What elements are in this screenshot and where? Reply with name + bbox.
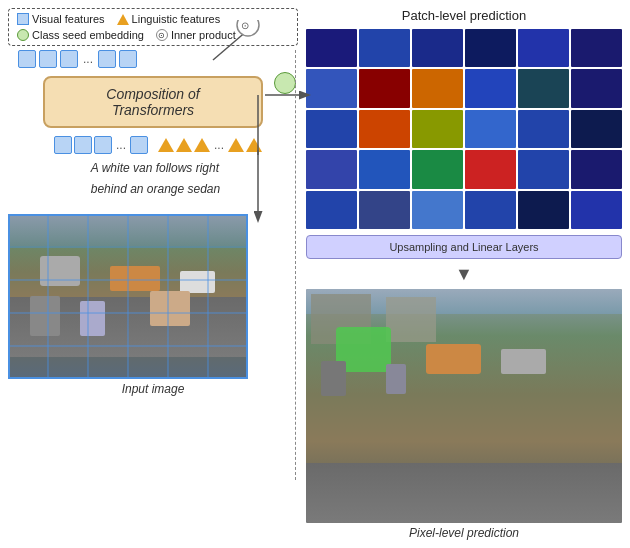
patch-grid xyxy=(306,29,622,229)
patch-26 xyxy=(412,191,463,229)
pixel-scene-bg xyxy=(306,289,622,523)
vis-feature-4 xyxy=(98,50,116,68)
input-image-wrapper xyxy=(8,214,248,379)
patch-11 xyxy=(571,69,622,107)
patch-19 xyxy=(359,150,410,188)
italic-text-2: behind an orange sedan xyxy=(91,179,220,200)
architecture-area: ... ⊙ Composition of Transformers xyxy=(8,50,298,210)
ling-tri-4 xyxy=(228,138,244,152)
patch-13 xyxy=(359,110,410,148)
ling-tri-5 xyxy=(246,138,262,152)
vis-bot-4 xyxy=(130,136,148,154)
patch-2 xyxy=(412,29,463,67)
other-car xyxy=(501,349,546,374)
patch-14 xyxy=(412,110,463,148)
building-2 xyxy=(386,297,436,342)
patch-21 xyxy=(465,150,516,188)
ling-tri-1 xyxy=(158,138,174,152)
transformer-label: Composition of Transformers xyxy=(106,86,199,118)
patch-8 xyxy=(412,69,463,107)
upsampling-box: Upsampling and Linear Layers xyxy=(306,235,622,259)
right-panel: Patch-level prediction xyxy=(306,8,622,540)
patch-7 xyxy=(359,69,410,107)
main-container: Visual features Linguistic features Clas… xyxy=(0,0,630,548)
patch-4 xyxy=(518,29,569,67)
vis-feature-3 xyxy=(60,50,78,68)
dots-sep-2: ... xyxy=(114,138,128,152)
input-image-area: Input image xyxy=(8,214,298,540)
upsampling-label: Upsampling and Linear Layers xyxy=(389,241,538,253)
svg-text:⊙: ⊙ xyxy=(241,20,249,31)
vis-feature-2 xyxy=(39,50,57,68)
legend-seed: Class seed embedding xyxy=(17,29,144,41)
patch-24 xyxy=(306,191,357,229)
patch-10 xyxy=(518,69,569,107)
patch-20 xyxy=(412,150,463,188)
connector-svg: ⊙ xyxy=(208,20,268,80)
pixel-image xyxy=(306,289,622,523)
patch-6 xyxy=(306,69,357,107)
patch-27 xyxy=(465,191,516,229)
patch-16 xyxy=(518,110,569,148)
italic-text-1: A white van follows right xyxy=(91,158,220,179)
triangle-icon xyxy=(117,14,129,25)
patch-3 xyxy=(465,29,516,67)
moto-pixel-1 xyxy=(321,361,346,396)
dashed-divider xyxy=(295,50,296,480)
visual-label: Visual features xyxy=(32,13,105,25)
patch-1 xyxy=(359,29,410,67)
linguistic-label: Linguistic features xyxy=(132,13,221,25)
patch-17 xyxy=(571,110,622,148)
seed-icon xyxy=(17,29,29,41)
patch-prediction-label: Patch-level prediction xyxy=(306,8,622,23)
pixel-road xyxy=(306,463,622,523)
patch-5 xyxy=(571,29,622,67)
patch-18 xyxy=(306,150,357,188)
patch-12 xyxy=(306,110,357,148)
seed-label: Class seed embedding xyxy=(32,29,144,41)
inner-icon: ⊙ xyxy=(156,29,168,41)
visual-icon xyxy=(17,13,29,25)
pixel-prediction-label: Pixel-level prediction xyxy=(306,526,622,540)
ling-tri-3 xyxy=(194,138,210,152)
seed-embedding-circle xyxy=(274,72,296,94)
vis-feature-1 xyxy=(18,50,36,68)
orange-sedan xyxy=(426,344,481,374)
grid-overlay xyxy=(8,214,248,379)
vis-feature-5 xyxy=(119,50,137,68)
down-arrow: ▼ xyxy=(306,265,622,283)
ling-tri-2 xyxy=(176,138,192,152)
input-image-label: Input image xyxy=(8,382,298,396)
patch-9 xyxy=(465,69,516,107)
pixel-image-area: Pixel-level prediction xyxy=(306,289,622,540)
patch-23 xyxy=(571,150,622,188)
left-panel: Visual features Linguistic features Clas… xyxy=(8,8,298,540)
dots-separator: ... xyxy=(81,52,95,66)
legend-visual: Visual features xyxy=(17,13,105,25)
transformer-box: Composition of Transformers xyxy=(43,76,263,128)
legend-linguistic: Linguistic features xyxy=(117,13,221,25)
patch-29 xyxy=(571,191,622,229)
patch-15 xyxy=(465,110,516,148)
dots-sep-3: ... xyxy=(212,138,226,152)
vis-bot-2 xyxy=(74,136,92,154)
patch-25 xyxy=(359,191,410,229)
vis-bot-3 xyxy=(94,136,112,154)
moto-pixel-2 xyxy=(386,364,406,394)
patch-22 xyxy=(518,150,569,188)
patch-0 xyxy=(306,29,357,67)
patch-28 xyxy=(518,191,569,229)
vis-bot-1 xyxy=(54,136,72,154)
